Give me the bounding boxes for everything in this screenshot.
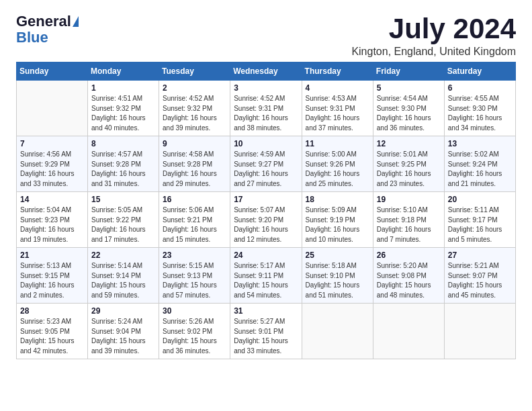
- calendar-cell: 6Sunrise: 4:55 AM Sunset: 9:30 PM Daylig…: [444, 81, 515, 136]
- day-info: Sunrise: 4:51 AM Sunset: 9:32 PM Dayligh…: [91, 94, 155, 133]
- day-number: 22: [91, 250, 155, 260]
- day-info: Sunrise: 5:26 AM Sunset: 9:02 PM Dayligh…: [163, 317, 226, 356]
- logo-triangle-icon: [73, 16, 79, 27]
- calendar-cell: 17Sunrise: 5:07 AM Sunset: 9:20 PM Dayli…: [230, 192, 302, 248]
- day-info: Sunrise: 5:24 AM Sunset: 9:04 PM Dayligh…: [91, 317, 155, 356]
- calendar-cell: 10Sunrise: 4:59 AM Sunset: 9:27 PM Dayli…: [230, 136, 302, 192]
- day-number: 27: [448, 250, 512, 260]
- calendar-cell: [444, 304, 515, 359]
- day-number: 29: [91, 306, 155, 316]
- calendar-cell: 1Sunrise: 4:51 AM Sunset: 9:32 PM Daylig…: [88, 81, 159, 136]
- day-number: 14: [20, 195, 84, 204]
- calendar-cell: 15Sunrise: 5:05 AM Sunset: 9:22 PM Dayli…: [88, 192, 159, 248]
- day-info: Sunrise: 4:58 AM Sunset: 9:28 PM Dayligh…: [163, 150, 226, 189]
- day-info: Sunrise: 5:15 AM Sunset: 9:13 PM Dayligh…: [163, 261, 226, 300]
- calendar-cell: 19Sunrise: 5:10 AM Sunset: 9:18 PM Dayli…: [373, 192, 444, 248]
- calendar-week-row: 7Sunrise: 4:56 AM Sunset: 9:29 PM Daylig…: [17, 136, 516, 192]
- calendar-header-row: SundayMondayTuesdayWednesdayThursdayFrid…: [17, 62, 516, 81]
- day-info: Sunrise: 5:00 AM Sunset: 9:26 PM Dayligh…: [306, 150, 369, 189]
- calendar-cell: [302, 304, 373, 359]
- calendar-cell: 13Sunrise: 5:02 AM Sunset: 9:24 PM Dayli…: [444, 136, 515, 192]
- day-info: Sunrise: 5:17 AM Sunset: 9:11 PM Dayligh…: [234, 261, 298, 300]
- day-number: 30: [163, 306, 226, 316]
- day-info: Sunrise: 5:05 AM Sunset: 9:22 PM Dayligh…: [91, 205, 155, 244]
- logo: General Blue: [16, 13, 79, 46]
- calendar-week-row: 21Sunrise: 5:13 AM Sunset: 9:15 PM Dayli…: [17, 248, 516, 304]
- day-number: 12: [377, 139, 441, 148]
- day-info: Sunrise: 5:13 AM Sunset: 9:15 PM Dayligh…: [20, 261, 84, 300]
- calendar-cell: 20Sunrise: 5:11 AM Sunset: 9:17 PM Dayli…: [444, 192, 515, 248]
- calendar-cell: [373, 304, 444, 359]
- calendar-cell: 11Sunrise: 5:00 AM Sunset: 9:26 PM Dayli…: [302, 136, 373, 192]
- weekday-header-wednesday: Wednesday: [230, 62, 302, 81]
- day-number: 11: [306, 139, 369, 148]
- page-header: General Blue July 2024 Kington, England,…: [16, 13, 516, 58]
- month-title: July 2024: [351, 13, 516, 44]
- day-number: 1: [91, 83, 155, 93]
- day-info: Sunrise: 5:09 AM Sunset: 9:19 PM Dayligh…: [306, 205, 369, 244]
- day-number: 4: [306, 83, 369, 93]
- calendar-cell: 18Sunrise: 5:09 AM Sunset: 9:19 PM Dayli…: [302, 192, 373, 248]
- day-number: 8: [91, 139, 155, 148]
- day-info: Sunrise: 4:54 AM Sunset: 9:30 PM Dayligh…: [377, 94, 441, 133]
- day-info: Sunrise: 4:53 AM Sunset: 9:31 PM Dayligh…: [306, 94, 369, 133]
- day-info: Sunrise: 5:10 AM Sunset: 9:18 PM Dayligh…: [377, 205, 441, 244]
- calendar-cell: 26Sunrise: 5:20 AM Sunset: 9:08 PM Dayli…: [373, 248, 444, 304]
- day-number: 9: [163, 139, 226, 148]
- day-info: Sunrise: 5:27 AM Sunset: 9:01 PM Dayligh…: [234, 317, 298, 356]
- day-info: Sunrise: 5:11 AM Sunset: 9:17 PM Dayligh…: [448, 205, 512, 244]
- weekday-header-saturday: Saturday: [444, 62, 515, 81]
- calendar-cell: 5Sunrise: 4:54 AM Sunset: 9:30 PM Daylig…: [373, 81, 444, 136]
- weekday-header-thursday: Thursday: [302, 62, 373, 81]
- calendar-cell: 30Sunrise: 5:26 AM Sunset: 9:02 PM Dayli…: [159, 304, 230, 359]
- day-info: Sunrise: 4:55 AM Sunset: 9:30 PM Dayligh…: [448, 94, 512, 133]
- day-number: 15: [91, 195, 155, 204]
- calendar-cell: 12Sunrise: 5:01 AM Sunset: 9:25 PM Dayli…: [373, 136, 444, 192]
- day-info: Sunrise: 5:14 AM Sunset: 9:14 PM Dayligh…: [91, 261, 155, 300]
- day-info: Sunrise: 4:52 AM Sunset: 9:31 PM Dayligh…: [234, 94, 298, 133]
- calendar-table: SundayMondayTuesdayWednesdayThursdayFrid…: [16, 62, 516, 359]
- day-info: Sunrise: 5:21 AM Sunset: 9:07 PM Dayligh…: [448, 261, 512, 300]
- day-info: Sunrise: 5:04 AM Sunset: 9:23 PM Dayligh…: [20, 205, 84, 244]
- day-info: Sunrise: 5:07 AM Sunset: 9:20 PM Dayligh…: [234, 205, 298, 244]
- day-info: Sunrise: 5:20 AM Sunset: 9:08 PM Dayligh…: [377, 261, 441, 300]
- day-number: 5: [377, 83, 441, 93]
- day-info: Sunrise: 5:06 AM Sunset: 9:21 PM Dayligh…: [163, 205, 226, 244]
- title-block: July 2024 Kington, England, United Kingd…: [351, 13, 516, 58]
- day-number: 17: [234, 195, 298, 204]
- logo-blue: Blue: [16, 30, 48, 46]
- calendar-cell: 3Sunrise: 4:52 AM Sunset: 9:31 PM Daylig…: [230, 81, 302, 136]
- day-number: 2: [163, 83, 226, 93]
- day-info: Sunrise: 4:59 AM Sunset: 9:27 PM Dayligh…: [234, 150, 298, 189]
- day-number: 23: [163, 250, 226, 260]
- day-number: 20: [448, 195, 512, 204]
- day-number: 7: [20, 139, 84, 148]
- day-info: Sunrise: 5:02 AM Sunset: 9:24 PM Dayligh…: [448, 150, 512, 189]
- calendar-cell: 14Sunrise: 5:04 AM Sunset: 9:23 PM Dayli…: [17, 192, 88, 248]
- day-info: Sunrise: 5:01 AM Sunset: 9:25 PM Dayligh…: [377, 150, 441, 189]
- weekday-header-sunday: Sunday: [17, 62, 88, 81]
- calendar-cell: 4Sunrise: 4:53 AM Sunset: 9:31 PM Daylig…: [302, 81, 373, 136]
- weekday-header-monday: Monday: [88, 62, 159, 81]
- day-number: 16: [163, 195, 226, 204]
- day-number: 21: [20, 250, 84, 260]
- weekday-header-friday: Friday: [373, 62, 444, 81]
- day-number: 6: [448, 83, 512, 93]
- day-info: Sunrise: 5:23 AM Sunset: 9:05 PM Dayligh…: [20, 317, 84, 356]
- day-info: Sunrise: 4:52 AM Sunset: 9:32 PM Dayligh…: [163, 94, 226, 133]
- calendar-cell: 22Sunrise: 5:14 AM Sunset: 9:14 PM Dayli…: [88, 248, 159, 304]
- calendar-cell: 24Sunrise: 5:17 AM Sunset: 9:11 PM Dayli…: [230, 248, 302, 304]
- day-number: 13: [448, 139, 512, 148]
- calendar-cell: 29Sunrise: 5:24 AM Sunset: 9:04 PM Dayli…: [88, 304, 159, 359]
- calendar-cell: 27Sunrise: 5:21 AM Sunset: 9:07 PM Dayli…: [444, 248, 515, 304]
- day-info: Sunrise: 5:18 AM Sunset: 9:10 PM Dayligh…: [306, 261, 369, 300]
- day-number: 28: [20, 306, 84, 316]
- day-number: 19: [377, 195, 441, 204]
- day-number: 24: [234, 250, 298, 260]
- day-number: 26: [377, 250, 441, 260]
- location: Kington, England, United Kingdom: [351, 46, 516, 58]
- day-number: 3: [234, 83, 298, 93]
- calendar-cell: [17, 81, 88, 136]
- calendar-cell: 28Sunrise: 5:23 AM Sunset: 9:05 PM Dayli…: [17, 304, 88, 359]
- day-number: 31: [234, 306, 298, 316]
